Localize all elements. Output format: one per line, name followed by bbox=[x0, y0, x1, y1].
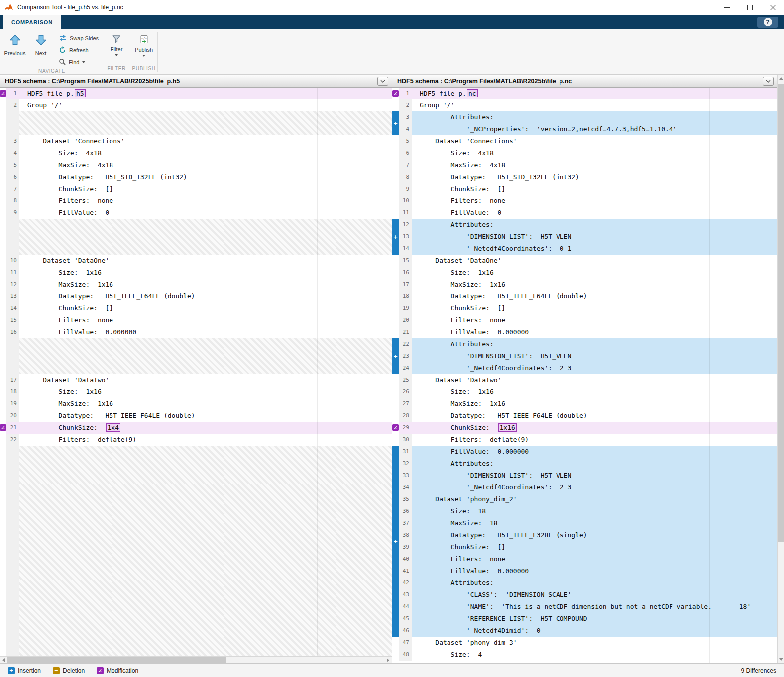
deletion-legend-label: Deletion bbox=[63, 667, 85, 674]
previous-label: Previous bbox=[4, 50, 26, 56]
close-icon bbox=[770, 5, 776, 10]
maximize-button[interactable] bbox=[738, 0, 761, 15]
changed-token: 1x16 bbox=[498, 423, 517, 432]
difference-count: 9 Differences bbox=[741, 667, 776, 674]
modification-marker: ≠ bbox=[0, 424, 6, 431]
vertical-scrollbar-track[interactable] bbox=[778, 82, 784, 656]
code-line: 14 '_Netcdf4Coordinates': 0 1 bbox=[399, 243, 777, 255]
minimize-button[interactable] bbox=[715, 0, 738, 15]
find-label: Find bbox=[69, 59, 79, 65]
code-line: 25 Dataset 'DataTwo' bbox=[399, 374, 777, 386]
code-line: 3 Dataset 'Connections' bbox=[6, 135, 392, 147]
ribbon-toolbar: Previous Next Swap Sides bbox=[0, 29, 784, 75]
pane-right: ≠+++≠+ 1HDF5 file_p.nc2Group '/'3 Attrib… bbox=[392, 88, 777, 663]
scroll-left-arrow[interactable] bbox=[0, 657, 7, 663]
code-line: 45 'REFERENCE_LIST': H5T_COMPOUND bbox=[399, 613, 777, 625]
matlab-logo-icon bbox=[4, 3, 13, 11]
code-line: 2Group '/' bbox=[6, 99, 392, 111]
compare-area: HDF5 schema : C:\Program Files\MATLAB\R2… bbox=[0, 75, 784, 663]
code-line: 40 Filters: none bbox=[399, 553, 777, 565]
publish-group-label: PUBLISH bbox=[131, 66, 156, 74]
code-line: 15 Dataset 'DataOne' bbox=[399, 255, 777, 267]
navigate-group: Previous Next Swap Sides bbox=[2, 29, 102, 74]
changed-token: h5 bbox=[75, 89, 86, 97]
modification-marker: ≠ bbox=[392, 90, 399, 97]
right-marker-column: ≠+++≠+ bbox=[392, 88, 399, 663]
publish-icon: </> bbox=[140, 35, 148, 45]
code-line: 48 Size: 4 bbox=[399, 649, 777, 661]
code-line: 9 FillValue: 0 bbox=[6, 207, 392, 219]
code-line: 6 Size: 4x18 bbox=[399, 147, 777, 159]
diff-gap bbox=[6, 111, 392, 135]
filter-group-label: FILTER bbox=[104, 66, 129, 74]
refresh-label: Refresh bbox=[69, 47, 89, 53]
insertion-legend: + Insertion bbox=[8, 667, 41, 674]
code-line: 28 Datatype: H5T_IEEE_F64LE (double) bbox=[399, 410, 777, 422]
scroll-down-arrow[interactable] bbox=[778, 656, 784, 663]
modification-icon: ≠ bbox=[97, 667, 104, 674]
changed-token: 1x4 bbox=[106, 423, 120, 432]
scroll-up-arrow[interactable] bbox=[778, 75, 784, 82]
left-panel-header: HDF5 schema : C:\Program Files\MATLAB\R2… bbox=[0, 75, 392, 88]
code-line: 5 Dataset 'Connections' bbox=[399, 135, 777, 147]
diff-gap bbox=[6, 338, 392, 374]
vertical-scrollbar-thumb[interactable] bbox=[778, 84, 784, 542]
code-line: 44 'NAME': 'This is a netCDF dimension b… bbox=[399, 601, 777, 613]
horizontal-scrollbar-track[interactable] bbox=[7, 657, 384, 663]
statusbar: + Insertion − Deletion ≠ Modification 9 … bbox=[0, 663, 784, 677]
publish-button[interactable]: </> Publish bbox=[131, 32, 156, 57]
code-line: 2Group '/' bbox=[399, 99, 777, 111]
left-horizontal-scrollbar[interactable] bbox=[0, 656, 392, 663]
publish-dropdown-caret-icon bbox=[142, 55, 145, 57]
code-line: 33 'DIMENSION_LIST': H5T_VLEN bbox=[399, 470, 777, 482]
find-button[interactable]: Find bbox=[56, 56, 102, 68]
code-line: 11 Size: 1x16 bbox=[6, 267, 392, 279]
right-panel-menu-button[interactable] bbox=[763, 77, 774, 86]
horizontal-scrollbar-thumb[interactable] bbox=[7, 657, 226, 663]
swap-sides-button[interactable]: Swap Sides bbox=[56, 32, 102, 44]
publish-group: </> Publish PUBLISH bbox=[131, 29, 156, 74]
code-line: 5 MaxSize: 4x18 bbox=[6, 159, 392, 171]
code-line: 38 Datatype: H5T_IEEE_F32BE (single) bbox=[399, 529, 777, 541]
code-line: 3 Attributes: bbox=[399, 111, 777, 123]
code-line: 20 Datatype: H5T_IEEE_F64LE (double) bbox=[6, 410, 392, 422]
code-line: 36 Size: 18 bbox=[399, 505, 777, 517]
swap-sides-label: Swap Sides bbox=[70, 35, 99, 41]
diff-gap bbox=[6, 446, 392, 656]
code-line: 8 Datatype: H5T_STD_I32LE (int32) bbox=[399, 171, 777, 183]
scroll-right-arrow[interactable] bbox=[384, 657, 392, 663]
code-line: 13 Datatype: H5T_IEEE_F64LE (double) bbox=[6, 290, 392, 302]
vertical-scrollbar[interactable] bbox=[777, 75, 784, 663]
code-line: 22 Filters: deflate(9) bbox=[6, 434, 392, 446]
search-icon bbox=[59, 58, 66, 66]
previous-button[interactable]: Previous bbox=[2, 32, 28, 56]
changed-token: nc bbox=[467, 89, 478, 97]
code-line: 43 'CLASS': 'DIMENSION_SCALE' bbox=[399, 589, 777, 601]
deletion-legend: − Deletion bbox=[53, 667, 85, 674]
titlebar: Comparison Tool - file_p.h5 vs. file_p.n… bbox=[0, 0, 784, 15]
help-button[interactable]: ? bbox=[757, 17, 778, 28]
code-line: 4 Size: 4x18 bbox=[6, 147, 392, 159]
code-line: 20 Filters: none bbox=[399, 314, 777, 326]
publish-label: Publish bbox=[135, 47, 153, 53]
code-line: 26 Size: 1x16 bbox=[399, 386, 777, 398]
deletion-icon: − bbox=[53, 667, 60, 674]
comparison-tool-window: Comparison Tool - file_p.h5 vs. file_p.n… bbox=[0, 0, 784, 677]
close-button[interactable] bbox=[761, 0, 784, 15]
filter-button[interactable]: Filter bbox=[104, 32, 129, 56]
insertion-legend-label: Insertion bbox=[18, 667, 41, 674]
next-button[interactable]: Next bbox=[28, 32, 54, 56]
left-panel-menu-button[interactable] bbox=[377, 77, 388, 86]
code-line: 15 Filters: none bbox=[6, 314, 392, 326]
find-dropdown-caret-icon bbox=[82, 61, 85, 63]
minimize-icon bbox=[724, 5, 730, 10]
code-line: 19 MaxSize: 1x16 bbox=[6, 398, 392, 410]
code-line: 19 ChunkSize: [] bbox=[399, 302, 777, 314]
code-line: 17 MaxSize: 1x16 bbox=[399, 279, 777, 290]
ribbon-tabstrip: COMPARISON ? bbox=[0, 15, 784, 29]
toolbar-separator bbox=[130, 32, 130, 72]
code-line: 22 Attributes: bbox=[399, 338, 777, 350]
tab-comparison[interactable]: COMPARISON bbox=[3, 15, 61, 29]
code-line: 8 Filters: none bbox=[6, 195, 392, 207]
refresh-button[interactable]: Refresh bbox=[56, 44, 102, 56]
